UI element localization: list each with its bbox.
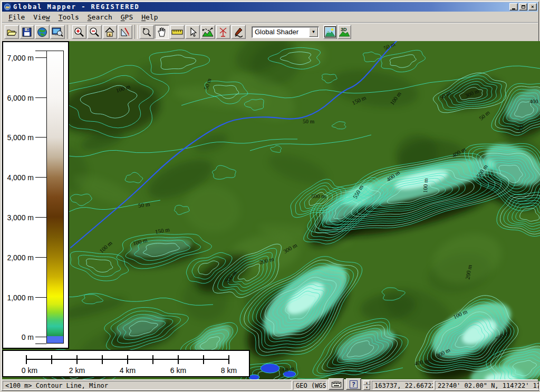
- zoom-out-icon: [89, 27, 100, 37]
- save-button[interactable]: [20, 25, 34, 39]
- status-coordinates-numeric: 163737, 22.66722137 ): [372, 381, 433, 390]
- menu-search[interactable]: Search: [83, 12, 117, 22]
- legend-tick: [35, 97, 46, 98]
- pointer-tool-button[interactable]: [185, 25, 200, 39]
- scale-label: 0 km: [22, 366, 37, 375]
- menu-view[interactable]: View: [29, 12, 54, 22]
- pen-icon: [233, 27, 244, 37]
- legend-tick-label: 3,000 m: [7, 213, 34, 222]
- window-title: Global Mapper - REGISTERED: [13, 3, 140, 11]
- menu-help[interactable]: Help: [137, 12, 162, 22]
- floppy-disk-icon: [22, 27, 32, 37]
- scale-label: 6 km: [170, 366, 186, 375]
- view-shed-button[interactable]: [216, 25, 230, 39]
- minimize-icon: [512, 8, 515, 9]
- coordinate-spinner[interactable]: ▲ ▼: [363, 380, 370, 390]
- world-view-button[interactable]: [35, 25, 50, 39]
- full-view-button[interactable]: [102, 25, 117, 39]
- status-coordinates-dms: 22?40' 02.00" N, 114?22' 17.89" E: [435, 381, 539, 390]
- close-button[interactable]: ×: [528, 3, 537, 11]
- measure-tool-button[interactable]: [170, 25, 185, 39]
- scale-label: 4 km: [120, 366, 136, 375]
- main-toolbar: Global Shader ▼ 3D: [2, 22, 538, 41]
- minimize-button[interactable]: [509, 3, 518, 11]
- legend-tick: [35, 257, 46, 258]
- cursor-arrow-icon: [188, 27, 197, 37]
- combobox-dropdown-button[interactable]: ▼: [309, 27, 318, 37]
- app-icon: [4, 3, 11, 11]
- menu-bar: File View Tools Search GPS Help: [2, 12, 538, 22]
- scale-label: 2 km: [69, 366, 85, 375]
- global-mapper-window: Global Mapper - REGISTERED × File View T…: [0, 0, 540, 392]
- view-3d-button[interactable]: 3D: [338, 25, 351, 39]
- toolbar-separator: [134, 25, 138, 39]
- zoom-tool-icon: [141, 27, 152, 37]
- digitizer-pen-button[interactable]: [231, 25, 246, 39]
- svg-text:3D: 3D: [341, 27, 347, 32]
- legend-tick: [35, 217, 46, 218]
- legend-tick: [35, 57, 46, 58]
- menu-gps[interactable]: GPS: [117, 12, 137, 22]
- legend-tick-label: 1,000 m: [7, 293, 34, 302]
- status-bar: <100 m> Contour Line, Minor GEO (WGS8 ? …: [2, 379, 538, 390]
- terrain-render: [2, 41, 540, 381]
- shader-combobox[interactable]: Global Shader ▼: [252, 26, 319, 38]
- spinner-up-icon[interactable]: ▲: [363, 380, 370, 385]
- triangle-ruler-pencil-icon: [120, 27, 130, 37]
- globe-icon: [37, 27, 47, 37]
- path-profile-icon: [202, 27, 214, 37]
- elevation-gradient-bar: [46, 51, 64, 344]
- open-file-button[interactable]: [4, 25, 19, 39]
- legend-tick-label: 7,000 m: [7, 54, 34, 62]
- legend-bottom-tick: [35, 344, 46, 344]
- scale-bar-panel[interactable]: 0 km 2 km 4 km 6 km 8 km: [2, 350, 250, 377]
- legend-tick: [35, 137, 46, 138]
- help-icon: ?: [350, 380, 358, 388]
- keyboard-icon: [332, 381, 341, 387]
- elevation-legend-panel[interactable]: 7,000 m 6,000 m 5,000 m 4,000 m 3,000 m …: [2, 41, 69, 349]
- close-icon: ×: [531, 5, 534, 9]
- home-icon: [104, 27, 115, 37]
- legend-tick-label: 6,000 m: [7, 94, 34, 102]
- hand-icon: [157, 27, 167, 37]
- legend-tick: [35, 297, 46, 298]
- legend-tick-label: 5,000 m: [7, 133, 34, 142]
- map-view[interactable]: 50 m100 m50 m50 m150 m100 m50 m300 m4005…: [2, 41, 540, 381]
- legend-tick: [35, 337, 46, 337]
- status-projection: GEO (WGS8: [293, 381, 326, 390]
- legend-tick-label: 2,000 m: [7, 253, 34, 262]
- view-screen-button[interactable]: [50, 25, 65, 39]
- help-button[interactable]: ?: [346, 378, 361, 390]
- chevron-down-icon: ▼: [312, 30, 316, 34]
- scale-label: 8 km: [221, 366, 237, 375]
- legend-tick-label: 4,000 m: [7, 173, 34, 182]
- restore-button[interactable]: [519, 3, 527, 11]
- landscape-image-icon: [324, 26, 336, 37]
- legend-tick: [35, 177, 46, 178]
- zoom-out-button[interactable]: [87, 25, 102, 39]
- zoom-tool-button[interactable]: [139, 25, 154, 39]
- zoom-in-button[interactable]: [72, 25, 86, 39]
- menu-tools[interactable]: Tools: [54, 12, 83, 22]
- title-bar[interactable]: Global Mapper - REGISTERED ×: [2, 2, 538, 12]
- status-mode: <100 m> Contour Line, Minor: [3, 381, 292, 390]
- legend-tick-label: 0 m: [22, 333, 34, 341]
- toolbar-separator: [67, 25, 70, 39]
- three-d-icon: 3D: [339, 26, 350, 37]
- legend-top-tick: [35, 51, 46, 51]
- ruler-icon: [171, 28, 183, 36]
- path-profile-button[interactable]: [200, 25, 215, 39]
- overview-map-button[interactable]: [323, 25, 337, 39]
- zoom-in-icon: [74, 27, 84, 37]
- shader-value: Global Shader: [252, 28, 309, 36]
- spinner-down-icon[interactable]: ▼: [363, 385, 370, 390]
- restore-icon: [522, 5, 525, 8]
- monitor-magnifier-icon: [52, 27, 63, 37]
- digitizer-setup-button[interactable]: [118, 25, 132, 39]
- coordinate-format-button[interactable]: [329, 378, 344, 390]
- menu-file[interactable]: File: [4, 12, 29, 22]
- antenna-icon: [218, 27, 228, 37]
- pan-tool-button[interactable]: [155, 25, 169, 39]
- open-folder-icon: [6, 27, 17, 37]
